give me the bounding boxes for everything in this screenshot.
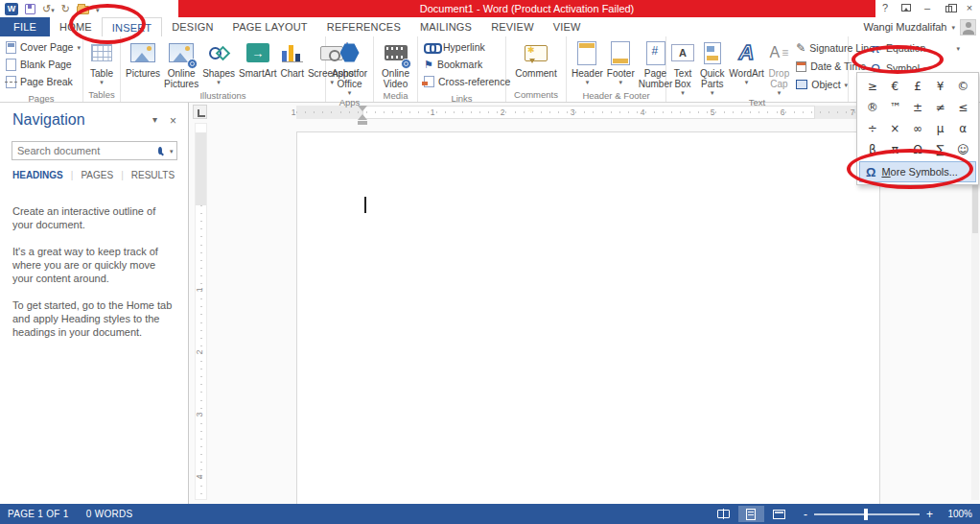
- symbol-cell[interactable]: ∑: [929, 139, 952, 160]
- symbol-cell[interactable]: ≥: [861, 76, 884, 97]
- hyperlink-button[interactable]: Hyperlink: [421, 38, 502, 56]
- online-video-button[interactable]: Online Video: [377, 38, 414, 89]
- word-count[interactable]: 0 WORDS: [86, 509, 133, 519]
- drop-cap-button[interactable]: A Drop Cap ▾: [767, 38, 792, 96]
- navigation-help-text: Create an interactive outline of your do…: [12, 204, 177, 352]
- wordart-button[interactable]: A WordArt ▾: [729, 38, 765, 96]
- smartart-button[interactable]: → SmartArt: [237, 38, 278, 89]
- symbol-cell[interactable]: ™: [884, 97, 907, 118]
- text-box-button[interactable]: Text Box ▾: [669, 38, 696, 96]
- qat-customize-button[interactable]: ▾: [96, 3, 100, 14]
- indent-markers[interactable]: [357, 106, 368, 127]
- avatar[interactable]: [960, 19, 976, 36]
- ruler-number: 5: [711, 107, 715, 117]
- quick-access-toolbar: W ↺▾ ↻ ▾: [0, 0, 99, 17]
- more-symbols-menu-item[interactable]: Ω More Symbols...: [859, 161, 976, 182]
- pictures-button[interactable]: Pictures: [124, 38, 162, 89]
- zoom-percentage[interactable]: 100%: [940, 509, 972, 519]
- nav-tab-results[interactable]: RESULTS: [131, 170, 175, 180]
- page-break-button[interactable]: Page Break: [3, 73, 80, 90]
- symbol-cell[interactable]: ≤: [951, 97, 974, 118]
- undo-dropdown-icon[interactable]: ▾: [51, 7, 55, 13]
- tab-references[interactable]: REFERENCES: [317, 17, 410, 36]
- ribbon-display-options-button[interactable]: [896, 0, 917, 15]
- tab-file[interactable]: FILE: [0, 17, 50, 36]
- search-box[interactable]: ▾: [12, 141, 177, 160]
- zoom-slider[interactable]: [814, 513, 920, 515]
- vertical-ruler[interactable]: 1 2 3 4: [195, 123, 207, 500]
- group-label-text: Text: [666, 96, 848, 108]
- search-input[interactable]: [12, 145, 158, 156]
- tab-view[interactable]: VIEW: [544, 17, 591, 36]
- symbol-cell[interactable]: β: [861, 139, 884, 160]
- close-button[interactable]: ×: [959, 0, 980, 15]
- nav-tab-pages[interactable]: PAGES: [81, 170, 113, 180]
- chart-button[interactable]: Chart: [279, 38, 306, 89]
- help-button[interactable]: ?: [875, 0, 896, 15]
- object-icon: [796, 80, 807, 89]
- table-button[interactable]: Table ▾: [88, 38, 115, 88]
- save-icon[interactable]: [25, 4, 35, 14]
- symbol-cell[interactable]: Ω: [906, 139, 929, 160]
- nav-close-icon[interactable]: ×: [170, 114, 176, 128]
- search-dropdown-icon[interactable]: ▾: [170, 148, 174, 155]
- read-mode-button[interactable]: [711, 506, 736, 522]
- tab-design[interactable]: DESIGN: [162, 17, 222, 36]
- cross-reference-button[interactable]: Cross-reference: [421, 73, 502, 90]
- blank-page-button[interactable]: Blank Page: [3, 56, 80, 73]
- tab-insert[interactable]: INSERT: [102, 17, 162, 36]
- document-page[interactable]: [296, 131, 880, 504]
- nav-collapse-icon[interactable]: ▾: [152, 114, 157, 125]
- shapes-button[interactable]: Shapes ▾: [200, 38, 237, 89]
- symbol-cell[interactable]: ∞: [906, 118, 929, 139]
- page-indicator[interactable]: PAGE 1 OF 1: [8, 509, 69, 519]
- header-button[interactable]: Header ▾: [570, 38, 605, 89]
- symbol-cell[interactable]: ±: [906, 97, 929, 118]
- footer-button[interactable]: Footer ▾: [605, 38, 637, 89]
- equation-button[interactable]: πEquation▾: [866, 39, 977, 57]
- restore-button[interactable]: [938, 0, 959, 15]
- word-logo-icon: W: [5, 3, 18, 15]
- symbol-cell[interactable]: ÷: [861, 118, 884, 139]
- quick-parts-button[interactable]: Quick Parts ▾: [698, 38, 727, 96]
- zoom-slider-thumb[interactable]: [864, 509, 868, 520]
- web-layout-button[interactable]: [766, 506, 792, 522]
- symbol-cell[interactable]: ¥: [929, 76, 952, 97]
- tab-home[interactable]: HOME: [50, 17, 102, 36]
- symbol-cell[interactable]: £: [906, 76, 929, 97]
- navigation-title: Navigation: [12, 111, 85, 129]
- group-label-tables: Tables: [83, 88, 120, 102]
- symbol-cell[interactable]: ☺: [951, 139, 974, 160]
- symbol-cell[interactable]: α: [951, 118, 974, 139]
- zoom-out-button[interactable]: -: [804, 508, 807, 521]
- tab-stop-selector[interactable]: [193, 105, 207, 119]
- undo-button[interactable]: ↺▾: [42, 3, 55, 14]
- print-layout-button[interactable]: [738, 506, 764, 522]
- online-pictures-button[interactable]: Online Pictures: [162, 38, 200, 89]
- tab-mailings[interactable]: MAILINGS: [410, 17, 481, 36]
- symbol-cell[interactable]: €: [884, 76, 907, 97]
- symbol-cell[interactable]: π: [884, 139, 907, 160]
- zoom-in-button[interactable]: +: [926, 508, 933, 521]
- nav-tab-headings[interactable]: HEADINGS: [12, 170, 63, 180]
- window-controls: ? – ×: [875, 0, 980, 15]
- open-folder-icon[interactable]: [77, 6, 89, 14]
- minimize-button[interactable]: –: [917, 0, 938, 15]
- pictures-icon: [130, 43, 155, 62]
- symbol-cell[interactable]: ®: [861, 97, 884, 118]
- tab-review[interactable]: REVIEW: [481, 17, 544, 36]
- redo-icon[interactable]: ↻: [61, 4, 70, 14]
- group-comments: Comment Comments: [506, 36, 567, 102]
- symbol-cell[interactable]: µ: [929, 118, 952, 139]
- hyperlink-icon: [424, 42, 439, 52]
- symbol-cell[interactable]: ©: [951, 76, 974, 97]
- account-area[interactable]: Wangi Muzdalifah ▾: [863, 17, 976, 36]
- search-icon[interactable]: [158, 147, 162, 155]
- symbol-cell[interactable]: ≠: [929, 97, 952, 118]
- comment-button[interactable]: Comment: [513, 38, 558, 88]
- cover-page-button[interactable]: Cover Page▾: [3, 38, 80, 56]
- account-dropdown-icon[interactable]: ▾: [951, 24, 955, 31]
- tab-page-layout[interactable]: PAGE LAYOUT: [223, 17, 317, 36]
- bookmark-button[interactable]: ⚑Bookmark: [421, 56, 502, 73]
- symbol-cell[interactable]: ×: [884, 118, 907, 139]
